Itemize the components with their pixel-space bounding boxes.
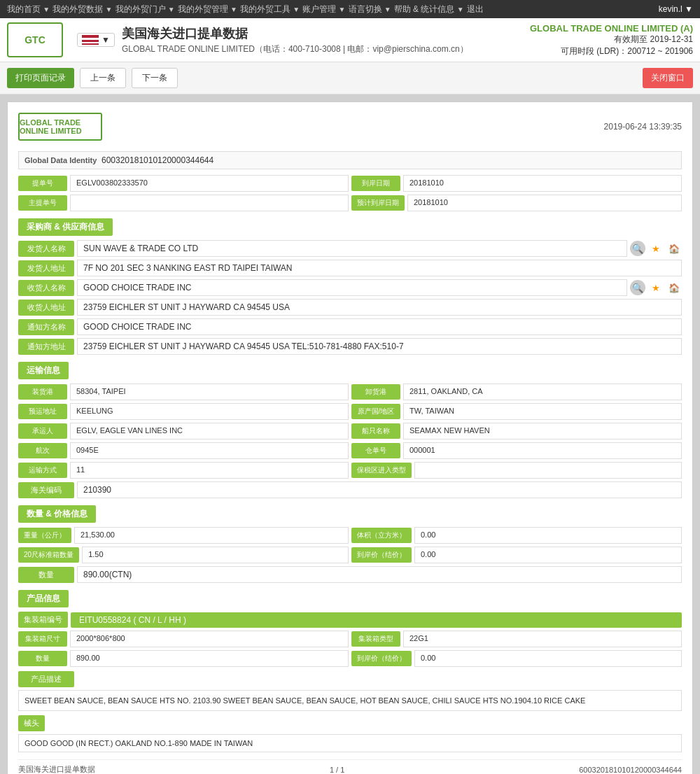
arrival-date-label: 到岸日期 xyxy=(351,176,400,191)
contact-subtitle: GLOBAL TRADE ONLINE LIMITED（电话：400-710-3… xyxy=(122,43,530,55)
star-icon[interactable]: ★ xyxy=(648,241,664,256)
main-content: GLOBAL TRADE ONLINE LIMITED 2019-06-24 1… xyxy=(0,94,700,774)
bill-number-value: EGLV003802333570 xyxy=(70,175,349,192)
home-icon[interactable]: 🏠 xyxy=(666,241,682,256)
valid-until: 有效期至 2019-12-31 xyxy=(530,34,693,45)
transport-section-header: 运输信息 xyxy=(18,362,682,379)
consignee-addr-row: 收货人地址 23759 EICHLER ST UNIT J HAYWARD CA… xyxy=(18,299,682,316)
voyage-row: 航次 0945E 仓单号 000001 xyxy=(18,442,682,459)
loading-port-label: 装货港 xyxy=(18,384,67,400)
main-bill-row: 主提单号 预计到岸日期 20181010 xyxy=(18,195,682,211)
product-desc-label: 产品描述 xyxy=(18,671,74,687)
customs-code-value: 210390 xyxy=(77,481,682,498)
pre-transport-value: KEELUNG xyxy=(70,403,349,420)
container-type-field: 集装箱类型 22G1 xyxy=(351,631,682,647)
est-arrival-field: 预计到岸日期 20181010 xyxy=(351,195,682,211)
shipper-addr-value: 7F NO 201 SEC 3 NANKING EAST RD TAIPEI T… xyxy=(77,260,682,276)
bill-number-label: 提单号 xyxy=(18,176,67,191)
volume-label: 体积（立方米） xyxy=(351,528,412,543)
global-data-identity-row: Global Data Identity 6003201810101200003… xyxy=(18,151,682,169)
notify-name-row: 通知方名称 GOOD CHOICE TRADE INC xyxy=(18,318,682,335)
brand-value: GOOD GOOD (IN RECT.) OAKLAND NO.1-890 MA… xyxy=(18,734,682,752)
pre-transport-field: 预运地址 KEELUNG xyxy=(18,403,349,420)
quantity-label: 数量 xyxy=(18,567,74,583)
carrier-value: EGLV, EAGLE VAN LINES INC xyxy=(70,423,349,439)
loading-port-value: 58304, TAIPEI xyxy=(70,384,349,400)
nav-manage[interactable]: 我的外贸管理 ▼ xyxy=(178,3,237,15)
consignee-icons: 🔍 ★ 🏠 xyxy=(630,280,682,295)
qty-section-title: 数量 & 价格信息 xyxy=(18,505,96,523)
transport-mode-label: 运输方式 xyxy=(18,463,67,478)
nav-logout[interactable]: 退出 xyxy=(467,3,484,15)
notify-addr-row: 通知方地址 23759 EICHLER ST UNIT J HAYWARD CA… xyxy=(18,338,682,355)
loading-port-field: 装货港 58304, TAIPEI xyxy=(18,384,349,400)
container-id-label: 集装箱编号 xyxy=(18,612,68,628)
origin-field: 原产国/地区 TW, TAIWAN xyxy=(351,403,682,420)
shipper-addr-label: 发货人地址 xyxy=(18,260,74,276)
container-id-value: EITU0558824 ( CN / L / HH ) xyxy=(71,612,682,628)
product-section-header: 产品信息 xyxy=(18,590,682,607)
container-size-label: 集装箱尺寸 xyxy=(18,631,67,647)
container-type-label: 集装箱类型 xyxy=(351,631,400,647)
carrier-field: 承运人 EGLV, EAGLE VAN LINES INC xyxy=(18,423,349,439)
nav-help[interactable]: 帮助 & 统计信息 ▼ xyxy=(394,3,464,15)
prev-button[interactable]: 上一条 xyxy=(80,68,126,88)
nav-trade-data[interactable]: 我的外贸数据 ▼ xyxy=(52,3,112,15)
weight-value: 21,530.00 xyxy=(74,527,349,544)
unloading-port-field: 卸货港 2811, OAKLAND, CA xyxy=(351,384,682,400)
print-button[interactable]: 打印页面记录 xyxy=(7,68,74,88)
consignee-search-icon[interactable]: 🔍 xyxy=(630,280,645,295)
transport-section-title: 运输信息 xyxy=(18,362,69,379)
transport-mode-value: 11 xyxy=(70,462,349,479)
nav-tools[interactable]: 我的外贸工具 ▼ xyxy=(240,3,300,15)
supplier-section-title: 采购商 & 供应商信息 xyxy=(18,218,113,236)
container-size-field: 集装箱尺寸 2000*806*800 xyxy=(18,631,349,647)
nav-portal[interactable]: 我的外贸门户 ▼ xyxy=(115,3,175,15)
doc-timestamp: 2019-06-24 13:39:35 xyxy=(604,122,682,132)
top-toolbar: 打印页面记录 上一条 下一条 关闭窗口 xyxy=(0,62,700,94)
nav-account[interactable]: 账户管理 ▼ xyxy=(302,3,345,15)
product-desc-value: SWEET BEAN SAUCE, BEAN SAUCE HTS NO. 210… xyxy=(18,690,682,711)
consignee-star-icon[interactable]: ★ xyxy=(648,280,664,295)
brand-section: 械头 GOOD GOOD (IN RECT.) OAKLAND NO.1-890… xyxy=(18,715,682,752)
doc-header: GLOBAL TRADE ONLINE LIMITED 2019-06-24 1… xyxy=(18,113,682,141)
ship-name-field: 船只名称 SEAMAX NEW HAVEN xyxy=(351,423,682,439)
header-center: 美国海关进口提单数据 GLOBAL TRADE ONLINE LIMITED（电… xyxy=(122,25,530,55)
main-bill-label: 主提单号 xyxy=(18,195,67,211)
est-arrival-label: 预计到岸日期 xyxy=(351,195,405,211)
carrier-row: 承运人 EGLV, EAGLE VAN LINES INC 船只名称 SEAMA… xyxy=(18,423,682,439)
shipper-name-value: SUN WAVE & TRADE CO LTD xyxy=(77,240,627,257)
product-price-field: 到岸价（结价） 0.00 xyxy=(351,650,682,667)
consignee-home-icon[interactable]: 🏠 xyxy=(666,280,682,295)
user-info[interactable]: kevin.l ▼ xyxy=(659,4,693,14)
language-selector[interactable]: ▼ xyxy=(77,33,115,47)
bonded-label: 保税区进入类型 xyxy=(351,463,412,478)
document-card: GLOBAL TRADE ONLINE LIMITED 2019-06-24 1… xyxy=(7,101,693,774)
top-navigation: 我的首页 ▼ 我的外贸数据 ▼ 我的外贸门户 ▼ 我的外贸管理 ▼ 我的外贸工具… xyxy=(0,0,700,18)
customs-code-label: 海关编码 xyxy=(18,482,74,498)
customs-code-row: 海关编码 210390 xyxy=(18,481,682,498)
doc-logo: GLOBAL TRADE ONLINE LIMITED xyxy=(18,113,102,141)
nav-language[interactable]: 语言切换 ▼ xyxy=(349,3,391,15)
brand-label[interactable]: 械头 xyxy=(18,715,45,731)
arrival-price-label: 到岸价（结价） xyxy=(351,547,412,563)
doc-footer: 美国海关进口提单数据 1 / 1 60032018101012000034464… xyxy=(18,759,682,774)
product-price-value: 0.00 xyxy=(414,650,682,667)
container-num-value: 000001 xyxy=(403,442,682,459)
next-button[interactable]: 下一条 xyxy=(132,68,178,88)
logo: GTC xyxy=(7,22,63,57)
voyage-value: 0945E xyxy=(70,442,349,459)
company-name: GLOBAL TRADE ONLINE LIMITED (A) xyxy=(530,23,693,34)
origin-value: TW, TAIWAN xyxy=(403,403,682,420)
quantity-value: 890.00(CTN) xyxy=(77,566,682,583)
transport-mode-row: 运输方式 11 保税区进入类型 xyxy=(18,462,682,479)
est-arrival-value: 20181010 xyxy=(407,195,682,211)
search-icon[interactable]: 🔍 xyxy=(630,241,645,256)
product-desc-section: 产品描述 SWEET BEAN SAUCE, BEAN SAUCE HTS NO… xyxy=(18,671,682,711)
qty-section-header: 数量 & 价格信息 xyxy=(18,505,682,523)
close-button[interactable]: 关闭窗口 xyxy=(643,68,693,88)
product-section-title: 产品信息 xyxy=(18,590,69,607)
page-header: GTC ▼ 美国海关进口提单数据 GLOBAL TRADE ONLINE LIM… xyxy=(0,18,700,62)
product-qty-label: 数量 xyxy=(18,651,67,666)
nav-home[interactable]: 我的首页 ▼ xyxy=(7,3,50,15)
